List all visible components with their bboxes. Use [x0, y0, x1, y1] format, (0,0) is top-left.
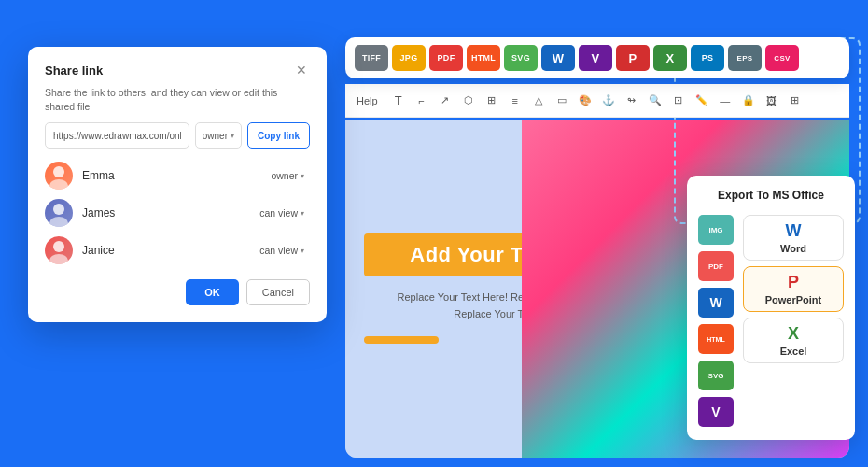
lock-icon[interactable]: 🔒 — [738, 91, 759, 111]
powerpoint-label: PowerPoint — [765, 294, 822, 305]
permission-james[interactable]: can view ▾ — [254, 205, 310, 221]
pen-icon[interactable]: ✏️ — [692, 91, 712, 111]
svg-point-0 — [53, 166, 64, 177]
canvas-orange-bar — [364, 336, 439, 344]
permission-janice[interactable]: can view ▾ — [254, 242, 310, 259]
export-excel-option[interactable]: X Excel — [743, 318, 844, 363]
owner-chevron-icon: ▾ — [231, 132, 234, 140]
janice-chevron-icon: ▾ — [301, 247, 304, 255]
paint-icon[interactable]: 🎨 — [575, 91, 595, 111]
user-name-james: James — [82, 206, 245, 219]
dialog-actions: OK Cancel — [45, 279, 310, 305]
user-row-emma: Emma owner ▾ — [45, 162, 310, 190]
svg-point-5 — [49, 254, 68, 264]
export-layout: IMG PDF W HTML SVG V W Word P PowerPoint… — [698, 215, 844, 427]
format-xls-btn[interactable]: X — [653, 45, 687, 71]
text-icon[interactable]: T — [388, 91, 409, 111]
side-icon-pdf[interactable]: PDF — [698, 251, 734, 281]
side-icon-img[interactable]: IMG — [698, 215, 734, 245]
word-label: Word — [780, 243, 806, 254]
export-word-option[interactable]: W Word — [743, 215, 844, 261]
curve-icon[interactable]: ↬ — [622, 91, 642, 111]
dialog-close-button[interactable]: ✕ — [293, 62, 310, 78]
list-icon[interactable]: ≡ — [505, 91, 525, 111]
copy-link-button[interactable]: Copy link — [247, 122, 310, 149]
svg-point-3 — [49, 217, 68, 227]
word-icon: W — [786, 221, 802, 241]
user-row-james: James can view ▾ — [45, 199, 310, 227]
format-html-btn[interactable]: HTML — [467, 45, 500, 71]
toolbar-help-label: Help — [357, 95, 378, 106]
avatar-janice — [45, 236, 73, 264]
dialog-description: Share the link to others, and they can v… — [45, 86, 310, 113]
dialog-title: Share link — [45, 64, 103, 78]
crop-icon[interactable]: ⊡ — [668, 91, 689, 111]
app-toolbar: Help T ⌐ ↗ ⬡ ⊞ ≡ △ ▭ 🎨 ⚓ ↬ 🔍 ⊡ ✏️ — 🔒 🖼 … — [345, 84, 849, 118]
side-icon-svg[interactable]: SVG — [698, 361, 734, 390]
mountain-icon[interactable]: △ — [528, 91, 549, 111]
link2-icon[interactable]: ⚓ — [598, 91, 619, 111]
link-row: owner ▾ Copy link — [45, 122, 310, 149]
james-chevron-icon: ▾ — [301, 209, 304, 218]
share-dialog: Share link ✕ Share the link to others, a… — [28, 47, 327, 322]
format-eps-btn[interactable]: EPS — [728, 45, 762, 71]
avatar-james — [45, 199, 73, 227]
export-options: W Word P PowerPoint X Excel — [743, 215, 844, 427]
export-powerpoint-option[interactable]: P PowerPoint — [743, 266, 844, 312]
format-jpg-btn[interactable]: JPG — [392, 45, 426, 71]
permission-emma[interactable]: owner ▾ — [265, 167, 310, 184]
user-name-emma: Emma — [82, 169, 256, 182]
format-csv-btn[interactable]: CSV — [765, 45, 799, 71]
format-tiff-btn[interactable]: TIFF — [355, 45, 388, 71]
format-word-btn[interactable]: W — [541, 45, 575, 71]
export-panel-title: Export To MS Office — [698, 189, 844, 202]
export-side-icons: IMG PDF W HTML SVG V — [698, 215, 734, 427]
james-permission-label: can view — [259, 207, 298, 219]
image-icon[interactable]: 🖼 — [762, 91, 782, 111]
excel-label: Excel — [780, 346, 807, 357]
powerpoint-icon: P — [788, 273, 799, 292]
zoom-icon[interactable]: 🔍 — [645, 91, 665, 111]
shape-icon[interactable]: ⬡ — [458, 91, 479, 111]
grid-icon[interactable]: ⊞ — [785, 91, 805, 111]
avatar-emma — [45, 162, 73, 190]
rect-icon[interactable]: ▭ — [552, 91, 572, 111]
cancel-button[interactable]: Cancel — [246, 279, 310, 305]
ok-button[interactable]: OK — [186, 279, 239, 305]
svg-point-4 — [53, 241, 64, 252]
user-row-janice: Janice can view ▾ — [45, 236, 310, 264]
excel-icon: X — [788, 324, 799, 344]
dash-icon[interactable]: — — [715, 91, 735, 111]
format-toolbar: TIFF JPG PDF HTML SVG W V P X PS EPS CSV — [345, 37, 849, 78]
format-ps-btn[interactable]: PS — [691, 45, 724, 71]
svg-point-2 — [53, 204, 64, 215]
user-list: Emma owner ▾ James can view ▾ Janice — [45, 162, 310, 264]
dialog-header: Share link ✕ — [45, 62, 310, 78]
janice-permission-label: can view — [259, 245, 298, 256]
arrow-icon[interactable]: ↗ — [435, 91, 455, 111]
side-icon-word[interactable]: W — [698, 288, 734, 318]
format-svg-btn[interactable]: SVG — [504, 45, 538, 71]
side-icon-v[interactable]: V — [698, 397, 734, 427]
emma-chevron-icon: ▾ — [301, 172, 304, 180]
format-vsdx-btn[interactable]: V — [579, 45, 612, 71]
format-ppt-btn[interactable]: P — [616, 45, 650, 71]
table-icon[interactable]: ⊞ — [482, 91, 502, 111]
export-panel: Export To MS Office IMG PDF W HTML SVG V… — [687, 176, 855, 440]
side-icon-html[interactable]: HTML — [698, 324, 734, 354]
format-pdf-btn[interactable]: PDF — [429, 45, 463, 71]
svg-point-1 — [49, 179, 68, 190]
user-name-janice: Janice — [82, 244, 245, 257]
owner-label: owner — [203, 131, 228, 141]
corner-icon[interactable]: ⌐ — [412, 91, 432, 111]
link-input[interactable] — [45, 122, 189, 149]
owner-dropdown[interactable]: owner ▾ — [195, 122, 242, 149]
emma-permission-label: owner — [271, 170, 298, 181]
